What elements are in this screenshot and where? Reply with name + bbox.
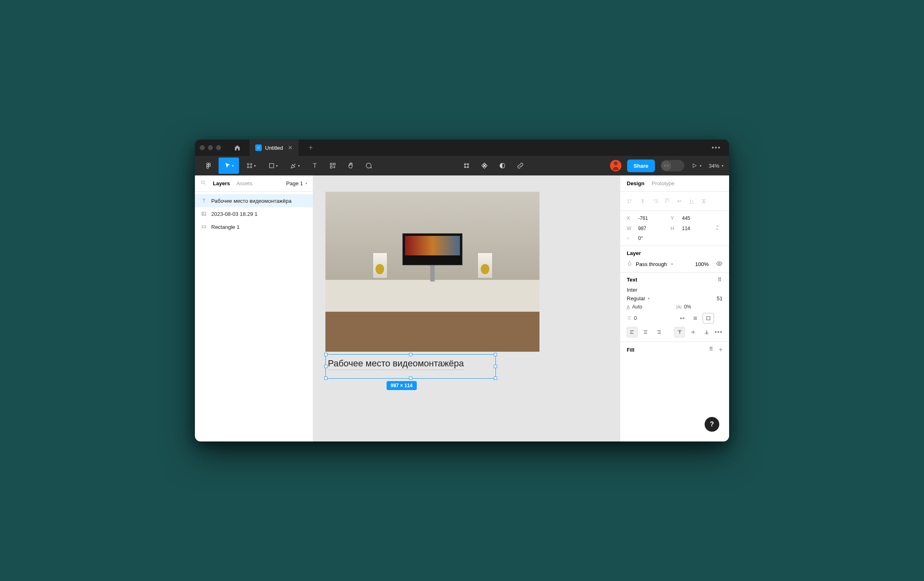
image-layer[interactable] [325,192,539,352]
share-button[interactable]: Share [627,160,655,172]
pen-tool[interactable]: ▾ [285,157,305,174]
resources-tool[interactable] [325,157,341,174]
design-tab[interactable]: Design [627,180,644,186]
boolean-tool[interactable] [494,157,511,174]
fixed-size-icon[interactable] [703,313,714,324]
layer-item[interactable]: 2023-08-03 18.29 1 [195,207,313,220]
align-top-icon[interactable] [663,197,671,205]
prototype-tab[interactable]: Prototype [652,180,674,186]
layer-item[interactable]: Рабочее место видеомонтажёра [195,194,313,207]
text-tool[interactable] [307,157,323,174]
zoom-control[interactable]: 34%▾ [709,163,723,169]
text-valign-bottom-icon[interactable] [701,327,712,337]
present-button[interactable]: ▾ [692,163,701,169]
resize-handle-tl[interactable] [324,353,327,356]
resize-handle-tm[interactable] [409,353,412,356]
svg-point-2 [207,166,209,169]
layer-name: 2023-08-03 18.29 1 [211,211,257,217]
resize-handle-mr[interactable] [494,365,497,368]
window-max-dot[interactable] [216,145,221,150]
text-style-icon[interactable]: ⠿ [718,277,723,283]
move-tool[interactable]: ▾ [219,157,239,174]
text-align-left-icon[interactable] [627,327,638,337]
tab-close-icon[interactable]: ✕ [288,144,293,151]
svg-rect-7 [334,163,336,165]
paragraph-spacing-value[interactable]: 0 [634,315,637,321]
svg-point-1 [207,165,209,167]
text-more-icon[interactable]: ••• [714,328,723,336]
main-area: Layers Assets Page 1 ▾ Рабочее место вид… [195,175,729,441]
text-valign-middle-icon[interactable] [687,327,699,337]
new-tab-button[interactable]: + [303,140,319,156]
fill-style-icon[interactable]: ⠿ [709,346,714,353]
constrain-proportions-icon[interactable] [714,225,723,232]
resize-handle-br[interactable] [494,377,497,380]
add-fill-icon[interactable]: + [719,346,723,353]
visibility-icon[interactable] [716,260,723,268]
text-layer-icon [201,197,207,204]
align-vcenter-icon[interactable] [676,197,683,205]
window-min-dot[interactable] [208,145,213,150]
align-hcenter-icon[interactable] [639,197,646,205]
text-align-right-icon[interactable] [654,327,665,337]
font-family-value[interactable]: Inter [627,287,637,293]
window-close-dot[interactable] [200,145,205,150]
canvas[interactable]: Рабочее место видеомонтажёра 987 × 114 [313,175,620,441]
svg-rect-5 [270,164,274,168]
svg-rect-8 [330,166,332,169]
resize-handle-bm[interactable] [409,377,412,380]
assets-tab[interactable]: Assets [237,180,252,186]
blend-icon [627,261,632,268]
comment-tool[interactable] [360,157,377,174]
distribute-icon[interactable] [700,197,707,205]
page-selector[interactable]: Page 1 ▾ [286,180,307,186]
font-weight-select[interactable]: Regular ▾ [627,295,650,302]
user-avatar[interactable] [610,160,621,171]
align-left-icon[interactable] [627,197,634,205]
zoom-value: 34% [709,163,719,169]
font-size-value[interactable]: 51 [717,295,723,302]
hand-tool[interactable] [343,157,359,174]
text-align-center-icon[interactable] [640,327,651,337]
inspector-panel: Design Prototype X Y [620,175,729,441]
resize-handle-bl[interactable] [324,377,327,380]
letter-spacing-value[interactable]: 0% [684,304,691,310]
help-button[interactable]: ? [705,417,719,432]
alignment-section [620,192,729,211]
align-right-icon[interactable] [651,197,659,205]
w-input[interactable] [637,225,667,232]
fill-section-title: Fill [627,347,634,353]
component-tool[interactable] [458,157,475,174]
document-tab[interactable]: Untitled ✕ [250,140,298,156]
align-bottom-icon[interactable] [688,197,695,205]
dev-mode-toggle[interactable] [661,160,684,171]
layers-tab[interactable]: Layers [213,180,230,186]
line-height-value[interactable]: Auto [632,304,642,310]
resize-handle-tr[interactable] [494,353,497,356]
layer-item[interactable]: Rectangle 1 [195,220,313,233]
y-input[interactable] [681,215,711,222]
selection-dimensions: 987 × 114 [387,381,417,390]
text-valign-top-icon[interactable] [674,327,685,337]
svg-rect-18 [202,226,206,228]
auto-height-icon[interactable] [690,313,701,324]
search-icon[interactable] [201,180,206,187]
blend-mode-value[interactable]: Pass through [636,261,667,267]
opacity-value[interactable]: 100% [695,261,709,267]
paragraph-spacing-icon [627,315,632,321]
figma-doc-icon [255,144,262,151]
home-button[interactable] [229,140,245,156]
overflow-menu-icon[interactable]: ••• [708,144,724,151]
auto-width-icon[interactable] [676,313,688,324]
frame-tool[interactable]: ▾ [241,157,261,174]
shape-tool[interactable]: ▾ [263,157,283,174]
svg-rect-6 [330,163,332,165]
mask-tool[interactable] [476,157,493,174]
h-input[interactable] [681,225,711,232]
link-tool[interactable] [512,157,528,174]
rotation-input[interactable] [637,235,667,242]
figma-menu-icon[interactable] [201,157,217,174]
layer-section-title: Layer [627,250,641,256]
resize-handle-ml[interactable] [324,365,327,368]
x-input[interactable] [637,215,667,222]
